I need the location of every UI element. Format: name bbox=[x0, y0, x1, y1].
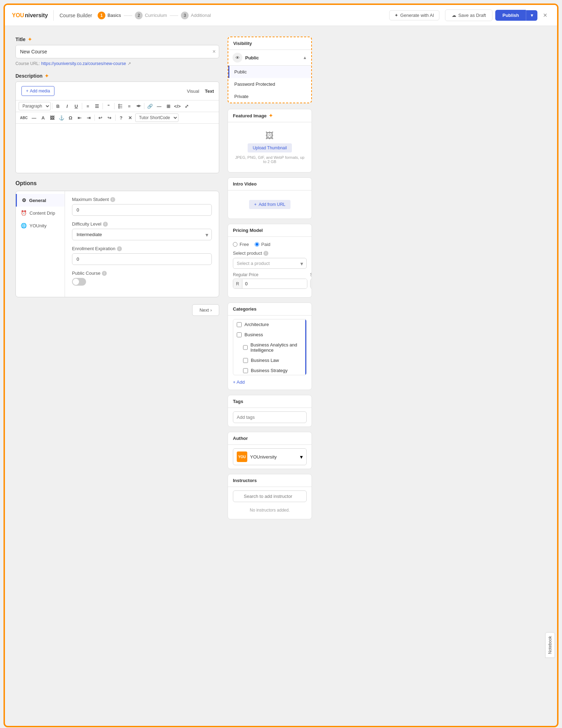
align-left-button[interactable]: ⬱ bbox=[116, 102, 124, 110]
undo-button[interactable]: ↩ bbox=[96, 113, 105, 122]
visibility-select[interactable]: 👁 Public ▲ bbox=[228, 50, 311, 65]
fullscreen-button[interactable]: ⤢ bbox=[182, 102, 191, 110]
visibility-option-password[interactable]: Password Protected bbox=[228, 78, 311, 90]
notebook-tab[interactable]: Notebook bbox=[545, 632, 555, 658]
help-button[interactable]: ? bbox=[117, 113, 125, 122]
code-button[interactable]: </> bbox=[173, 102, 182, 110]
difficulty-select[interactable]: Beginner Intermediate Advanced bbox=[72, 229, 212, 240]
author-select[interactable]: YOU YOUniversity ▾ bbox=[233, 448, 307, 465]
upload-area: 🖼 Upload Thumbnail JPEG, PNG, GIF, and W… bbox=[228, 122, 312, 172]
pricing-free-radio[interactable] bbox=[233, 242, 237, 247]
visibility-option-private[interactable]: Private bbox=[228, 90, 311, 103]
step-1[interactable]: 1 Basics bbox=[98, 12, 121, 19]
add-category-button[interactable]: + Add bbox=[233, 378, 245, 386]
difficulty-group: Difficulty Level i Beginner Intermediate… bbox=[72, 221, 212, 240]
indent-left-button[interactable]: ⇤ bbox=[76, 113, 84, 122]
category-checkbox-business-law[interactable] bbox=[243, 358, 248, 363]
visibility-option-public[interactable]: Public bbox=[228, 66, 311, 78]
course-url: Course URL: https://youniversity.co.za/c… bbox=[15, 61, 219, 66]
category-item-ba-intelligence: Business Analytics and Intelligence bbox=[233, 340, 306, 355]
select-product-info-icon: i bbox=[263, 251, 268, 256]
options-younity-label: YOUnity bbox=[30, 223, 46, 228]
dash-button[interactable]: — bbox=[155, 102, 163, 110]
category-item-business: Business bbox=[233, 330, 306, 340]
title-label: Title ✦ bbox=[15, 37, 219, 42]
pricing-free-label: Free bbox=[233, 242, 249, 247]
tags-area bbox=[228, 408, 312, 427]
special-char-button[interactable]: Ω bbox=[66, 113, 75, 122]
title-ai-sparkle-icon: ✦ bbox=[28, 37, 32, 42]
public-course-toggle[interactable] bbox=[72, 278, 86, 286]
pricing-section: Pricing Model Free Paid Select prod bbox=[228, 224, 312, 298]
pricing-paid-radio[interactable] bbox=[255, 242, 259, 247]
public-course-group: Public Course i bbox=[72, 271, 212, 286]
step-3[interactable]: 3 Additional bbox=[181, 12, 211, 19]
step-arrow-2: —— bbox=[170, 13, 178, 18]
align-center-button[interactable]: ≡ bbox=[125, 102, 133, 110]
close-button[interactable]: × bbox=[540, 10, 550, 21]
description-ai-sparkle-icon: ✦ bbox=[45, 73, 49, 79]
font-color-button[interactable]: A bbox=[39, 113, 47, 122]
save-draft-button[interactable]: ☁ Save as Draft bbox=[445, 9, 493, 21]
max-student-input[interactable] bbox=[72, 204, 212, 216]
step-2-label: Curriculum bbox=[145, 13, 167, 18]
pricing-paid-text: Paid bbox=[261, 242, 270, 247]
anchor-button[interactable]: ⚓ bbox=[57, 113, 66, 122]
redo-button[interactable]: ↪ bbox=[105, 113, 114, 122]
regular-price-input[interactable] bbox=[242, 279, 307, 288]
add-url-button[interactable]: + Add from URL bbox=[249, 200, 290, 209]
tutor-shortcode-select[interactable]: Tutor ShortCode bbox=[135, 113, 178, 122]
paragraph-select[interactable]: Paragraph Heading 1 Heading 2 bbox=[19, 102, 51, 110]
outer-frame: YOUniversity Course Builder 1 Basics —— … bbox=[4, 4, 558, 727]
unordered-list-button[interactable]: ☰ bbox=[93, 102, 101, 110]
italic-button[interactable]: I bbox=[63, 102, 71, 110]
enrollment-input[interactable] bbox=[72, 253, 212, 265]
publish-button[interactable]: Publish bbox=[495, 10, 526, 21]
title-label-text: Title bbox=[15, 37, 26, 42]
regular-price-currency: R bbox=[233, 279, 242, 288]
generate-ai-button[interactable]: ✦ Generate with AI bbox=[389, 10, 439, 20]
visual-toggle[interactable]: Visual bbox=[185, 88, 201, 95]
featured-image-ai-icon: ✦ bbox=[269, 113, 273, 118]
step-2[interactable]: 2 Curriculum bbox=[135, 12, 167, 19]
options-item-general[interactable]: ⚙ General bbox=[16, 194, 65, 207]
text-toggle[interactable]: Text bbox=[203, 88, 216, 95]
align-right-button[interactable]: ⬲ bbox=[134, 102, 143, 110]
clock-icon: ⏰ bbox=[21, 210, 27, 216]
title-input-wrapper: × bbox=[15, 45, 219, 58]
image-button[interactable]: 🖼 bbox=[48, 113, 57, 122]
publish-dropdown-button[interactable]: ▼ bbox=[526, 10, 537, 21]
ai-button-label: Generate with AI bbox=[400, 13, 434, 18]
tags-input[interactable] bbox=[233, 411, 307, 423]
next-button[interactable]: Next › bbox=[192, 304, 219, 316]
ordered-list-button[interactable]: ≡ bbox=[84, 102, 92, 110]
category-checkbox-architecture[interactable] bbox=[237, 322, 242, 327]
upload-thumbnail-button[interactable]: Upload Thumbnail bbox=[248, 143, 292, 152]
toolbar-divider-2 bbox=[82, 103, 82, 109]
category-checkbox-business[interactable] bbox=[237, 332, 242, 337]
bold-button[interactable]: B bbox=[54, 102, 62, 110]
select-product-select[interactable]: Select a product bbox=[233, 258, 307, 269]
right-panel: Visibility 👁 Public ▲ Public Password Pr… bbox=[228, 37, 312, 715]
options-item-younity[interactable]: 🌐 YOUnity bbox=[16, 219, 65, 232]
category-checkbox-ba-intelligence[interactable] bbox=[243, 345, 248, 350]
underline-button[interactable]: U bbox=[72, 102, 80, 110]
blockquote-button[interactable]: " bbox=[104, 102, 113, 110]
tags-section: Tags bbox=[228, 395, 312, 427]
add-media-button[interactable]: + Add media bbox=[21, 86, 54, 96]
options-item-content-drip[interactable]: ⏰ Content Drip bbox=[16, 207, 65, 219]
abc-button[interactable]: ABC bbox=[19, 113, 29, 122]
course-url-link[interactable]: https://youniversity.co.za/courses/new-c… bbox=[41, 61, 126, 66]
hr-button[interactable]: — bbox=[30, 113, 38, 122]
editor-body[interactable] bbox=[16, 124, 219, 173]
category-checkbox-business-strategy[interactable] bbox=[243, 368, 248, 373]
author-header: Author bbox=[228, 432, 312, 445]
title-clear-button[interactable]: × bbox=[213, 48, 216, 55]
instructor-search-input[interactable] bbox=[233, 490, 307, 502]
pricing-free-text: Free bbox=[240, 242, 249, 247]
table-button[interactable]: ⊞ bbox=[164, 102, 172, 110]
link-button[interactable]: 🔗 bbox=[146, 102, 154, 110]
more-button[interactable]: ✕ bbox=[126, 113, 135, 122]
indent-right-button[interactable]: ⇥ bbox=[85, 113, 93, 122]
title-input[interactable] bbox=[15, 45, 219, 58]
